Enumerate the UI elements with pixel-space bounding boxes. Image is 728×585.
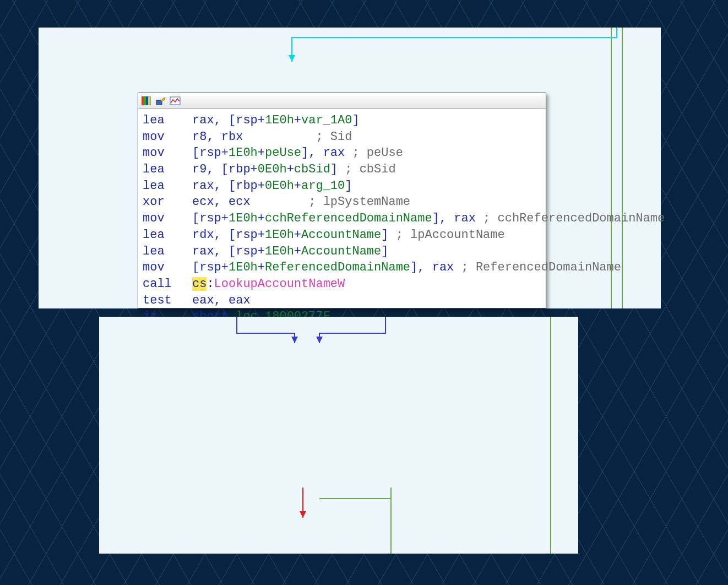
operand-token: ]: [330, 162, 345, 176]
operand-token: 1E0h: [265, 113, 294, 127]
operand-token: [rsp+: [192, 212, 229, 225]
mnemonic: mov: [143, 129, 192, 145]
operand-token: cchReferencedDomainName: [265, 212, 432, 225]
operand-token: cs: [192, 277, 207, 291]
asm-line[interactable]: leardx, [rsp+1E0h+AccountName] ; lpAccou…: [143, 227, 541, 243]
asm-line[interactable]: testeax, eax: [143, 292, 541, 309]
operand-token: +: [294, 113, 301, 127]
comment: ; cbSid: [345, 162, 395, 176]
operand-token: rdx, [rsp+: [192, 228, 265, 242]
operand-token: ReferencedDomainName: [265, 261, 410, 274]
mnemonic: lea: [143, 112, 192, 129]
operand-token: peUse: [265, 146, 301, 160]
asm-line[interactable]: learax, [rbp+0E0h+arg_10]: [143, 178, 541, 194]
operand-token: 0E0h: [258, 162, 287, 176]
mnemonic: lea: [143, 178, 192, 194]
operand-token: :: [207, 277, 214, 291]
operand-token: AccountName: [301, 228, 381, 242]
panel-bottom: loc_180002795: ; LPWSTRlearcx, [r14+rdi*…: [99, 317, 578, 554]
operand-token: 0E0h: [265, 179, 294, 193]
svg-marker-13: [300, 511, 306, 518]
mnemonic: xor: [143, 194, 192, 210]
mnemonic: test: [143, 292, 192, 309]
operand-token: AccountName: [301, 245, 381, 258]
operand-token: 1E0h: [265, 245, 294, 258]
svg-rect-3: [142, 96, 144, 105]
operand-token: ]: [345, 179, 352, 193]
asm-line[interactable]: mov[rsp+1E0h+cchReferencedDomainName], r…: [143, 210, 541, 227]
operand-token: +: [258, 261, 265, 274]
color-bars-icon[interactable]: [140, 95, 153, 107]
graph-icon[interactable]: [169, 95, 181, 107]
operand-token: var_1A0: [301, 113, 352, 127]
operand-token: ecx, ecx: [192, 195, 308, 209]
operand-token: cbSid: [294, 162, 330, 176]
edit-icon[interactable]: [155, 95, 167, 107]
operand-token: [rsp+: [192, 146, 229, 160]
mnemonic: lea: [143, 227, 192, 243]
operand-token: +: [258, 146, 265, 160]
comment: ; ReferencedDomainName: [461, 261, 621, 274]
disasm-block-1[interactable]: learax, [rsp+1E0h+var_1A0]movr8, rbx ; S…: [138, 93, 546, 308]
asm-line[interactable]: mov[rsp+1E0h+ReferencedDomainName], rax …: [143, 259, 541, 276]
asm-line[interactable]: learax, [rsp+1E0h+var_1A0]: [143, 112, 541, 129]
comment: ; lpAccountName: [396, 228, 505, 242]
mnemonic: mov: [143, 210, 192, 227]
operand-token: ], rax: [301, 146, 352, 160]
operand-token: r9, [rbp+: [192, 162, 258, 176]
asm-line[interactable]: xorecx, ecx ; lpSystemName: [143, 194, 541, 210]
operand-token: arg_10: [301, 179, 345, 193]
svg-marker-2: [289, 55, 295, 62]
mnemonic: lea: [143, 243, 192, 260]
operand-token: 1E0h: [229, 146, 258, 160]
comment: ; lpSystemName: [308, 195, 410, 209]
svg-rect-4: [144, 96, 146, 105]
operand-token: ]: [352, 113, 359, 127]
asm-line[interactable]: callcs:LookupAccountNameW: [143, 276, 541, 292]
mnemonic: mov: [143, 145, 192, 161]
operand-token: r8, rbx: [192, 130, 316, 144]
operand-token: ]: [381, 228, 395, 242]
operand-token: [rsp+: [192, 261, 229, 274]
svg-marker-9: [161, 98, 165, 102]
operand-token: rax, [rsp+: [192, 113, 265, 127]
asm-line[interactable]: lear9, [rbp+0E0h+cbSid] ; cbSid: [143, 161, 541, 178]
operand-token: rax, [rsp+: [192, 245, 265, 258]
comment: ; Sid: [316, 130, 352, 144]
operand-token: +: [294, 245, 301, 258]
operand-token: +: [258, 212, 265, 225]
disasm-code-1[interactable]: learax, [rsp+1E0h+var_1A0]movr8, rbx ; S…: [138, 109, 546, 329]
comment: ; peUse: [352, 146, 403, 160]
operand-token: LookupAccountNameW: [214, 277, 345, 291]
operand-token: +: [294, 179, 301, 193]
operand-token: 1E0h: [229, 212, 258, 225]
operand-token: ]: [381, 245, 388, 258]
mnemonic: lea: [143, 161, 192, 178]
operand-token: ], rax: [410, 261, 461, 274]
panel-top: learax, [rsp+1E0h+var_1A0]movr8, rbx ; S…: [39, 28, 661, 308]
asm-line[interactable]: mov[rsp+1E0h+peUse], rax ; peUse: [143, 145, 541, 161]
operand-token: +: [287, 162, 294, 176]
operand-token: ], rax: [432, 212, 483, 225]
flow-arrows-bottom: [99, 317, 578, 554]
comment: ; cchReferencedDomainName: [483, 212, 665, 225]
operand-token: 1E0h: [229, 261, 258, 274]
operand-token: eax, eax: [192, 294, 251, 307]
svg-rect-5: [146, 96, 148, 105]
mnemonic: call: [143, 276, 192, 292]
operand-token: rax, [rbp+: [192, 179, 265, 193]
mnemonic: mov: [143, 259, 192, 276]
svg-marker-11: [291, 337, 298, 343]
operand-token: +: [294, 228, 301, 242]
svg-marker-12: [316, 337, 323, 343]
block-toolbar: [138, 93, 546, 109]
asm-line[interactable]: movr8, rbx ; Sid: [143, 129, 541, 145]
svg-rect-6: [148, 96, 150, 105]
operand-token: 1E0h: [265, 228, 294, 242]
asm-line[interactable]: learax, [rsp+1E0h+AccountName]: [143, 243, 541, 260]
